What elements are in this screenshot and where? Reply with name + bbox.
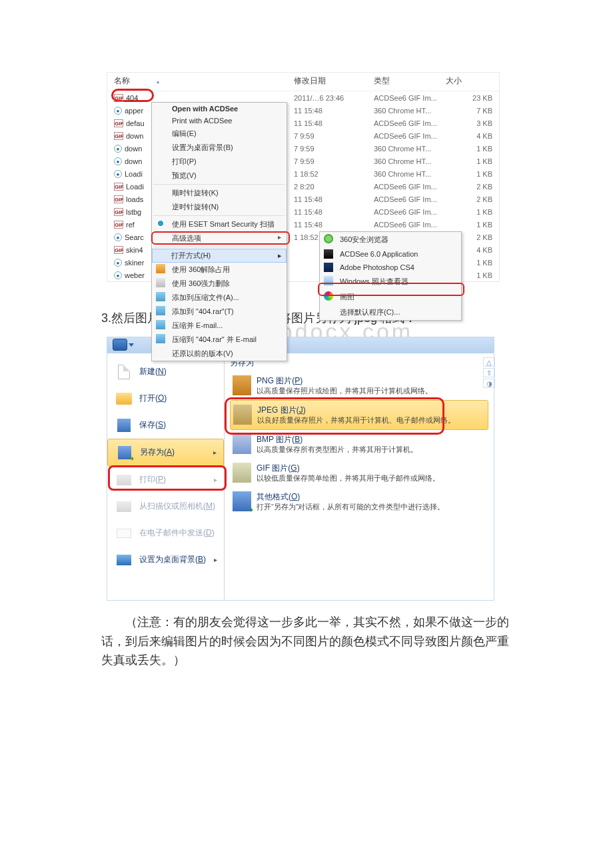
submenu-item[interactable]: 选择默认程序(C)... — [320, 305, 461, 320]
gif-icon: GIF — [114, 132, 123, 140]
file-menu-item-saveas[interactable]: 另存为(A)▸ — [107, 439, 224, 467]
print-icon — [117, 475, 131, 485]
file-size: 3 KB — [446, 119, 499, 127]
file-name: skiner — [125, 259, 144, 267]
submenu-item[interactable]: Windows 照片查看器 — [320, 274, 461, 289]
file-name: down — [125, 157, 142, 165]
submenu-arrow-icon: ▸ — [214, 556, 217, 563]
file-size: 23 KB — [446, 94, 499, 102]
submenu-arrow-icon: ▸ — [213, 449, 217, 456]
menu-item[interactable]: 高级选项 — [152, 231, 287, 245]
file-date: 11 15:48 — [294, 119, 374, 127]
menu-item[interactable]: Open with ACDSee — [152, 103, 287, 115]
gif-icon: GIF — [114, 94, 123, 102]
column-headers: 名称▴ 修改日期 类型 大小 — [107, 73, 499, 91]
paint-menu-button[interactable] — [113, 339, 127, 351]
html-icon: ● — [114, 233, 122, 241]
menu-item[interactable]: 使用 360解除占用 — [152, 263, 287, 277]
file-type: ACDSee6 GIF Im... — [374, 94, 446, 102]
wpv-icon — [324, 276, 333, 285]
gif-icon: GIF — [114, 246, 123, 254]
menu-item[interactable]: 添加到 "404.rar"(T) — [152, 305, 287, 319]
menu-item[interactable]: 打开方式(H)▸ — [152, 249, 287, 263]
menu-item[interactable]: 打印(P) — [152, 155, 287, 169]
format-gif[interactable]: GIF 图片(G)以较低质量保存简单绘图，并将其用于电子邮件或网络。 — [230, 459, 488, 487]
menu-item[interactable]: 编辑(E) — [152, 127, 287, 141]
file-date: 11 15:48 — [294, 195, 374, 203]
file-menu-item-print[interactable]: 打印(P)▸ — [107, 467, 224, 493]
submenu-item[interactable]: Adobe Photoshop CS4 — [320, 261, 461, 274]
html-icon: ● — [114, 170, 122, 178]
file-type: 360 Chrome HT... — [374, 170, 446, 178]
file-name: skin4 — [126, 246, 143, 254]
gif-icon: GIF — [114, 119, 123, 127]
menu-item[interactable]: 使用 ESET Smart Security 扫描 — [152, 217, 287, 231]
file-size: 1 KB — [446, 221, 499, 229]
file-name: weber — [125, 271, 145, 279]
submenu-item[interactable]: 360安全浏览器 — [320, 232, 461, 247]
col-size[interactable]: 大小 — [446, 75, 499, 87]
format-other[interactable]: 其他格式(O)打开“另存为”对话框，从所有可能的文件类型中进行选择。 — [230, 487, 488, 516]
file-menu-item-scan[interactable]: 从扫描仪或照相机(M) — [107, 493, 224, 520]
file-name: lstbg — [126, 208, 141, 216]
file-menu-item-open[interactable]: 打开(O) — [107, 385, 224, 412]
file-size: 1 KB — [446, 157, 499, 165]
open-with-submenu[interactable]: 360安全浏览器ACDSee 6.0 ApplicationAdobe Phot… — [319, 231, 462, 321]
menu-item[interactable]: 还原以前的版本(V) — [152, 347, 287, 361]
file-menu-item-new[interactable]: 新建(N) — [107, 359, 224, 385]
menu-item[interactable]: 压缩到 "404.rar" 并 E-mail — [152, 333, 287, 347]
file-size: 1 KB — [446, 145, 499, 153]
new-icon — [118, 365, 130, 379]
paint-filemenu-panel: △ ⇧ ◑ 新建(N)打开(O)保存(S)另存为(A)▸打印(P)▸从扫描仪或照… — [107, 337, 494, 601]
format-png[interactable]: PNG 图片(P)以高质量保存照片或绘图，并将其用于计算机或网络。 — [230, 371, 488, 400]
submenu-arrow-icon: ▸ — [214, 476, 217, 483]
col-name[interactable]: 名称▴ — [114, 75, 294, 87]
file-date: 2011/…6 23:46 — [294, 94, 374, 102]
png-format-icon — [233, 375, 251, 395]
file-menu-item-email[interactable]: 在电子邮件中发送(D) — [107, 520, 224, 547]
col-type[interactable]: 类型 — [374, 75, 446, 87]
file-menu-item-wall[interactable]: 设置为桌面背景(B)▸ — [107, 547, 224, 573]
file-date: 1 18:52 — [294, 170, 374, 178]
file-date: 11 15:48 — [294, 208, 374, 216]
eset-icon — [156, 219, 165, 228]
context-menu[interactable]: Open with ACDSeePrint with ACDSee编辑(E)设置… — [151, 102, 287, 361]
menu-item[interactable]: 预览(V) — [152, 169, 287, 183]
menu-item[interactable]: 设置为桌面背景(B) — [152, 141, 287, 155]
gif-format-icon — [233, 463, 251, 483]
file-type: 360 Chrome HT... — [374, 107, 446, 115]
open-icon — [116, 393, 132, 405]
menu-item[interactable]: 顺时针旋转(K) — [152, 186, 287, 200]
format-jpeg[interactable]: JPEG 图片(J)以良好质量保存照片，并将其用于计算机、电子邮件或网络。 — [230, 400, 488, 430]
360d-icon — [156, 278, 165, 287]
format-bmp[interactable]: BMP 图片(B)以高质量保存所有类型图片，并将其用于计算机。 — [230, 430, 488, 459]
sort-indicator-icon: ▴ — [157, 79, 159, 85]
rar-icon — [156, 334, 165, 343]
menu-item[interactable]: 使用 360强力删除 — [152, 277, 287, 291]
file-size: 4 KB — [446, 132, 499, 140]
col-date[interactable]: 修改日期 — [294, 75, 374, 87]
file-type: ACDSee6 GIF Im... — [374, 119, 446, 127]
saveas-icon — [118, 446, 131, 459]
file-menu-left[interactable]: 新建(N)打开(O)保存(S)另存为(A)▸打印(P)▸从扫描仪或照相机(M)在… — [107, 353, 225, 600]
menu-item[interactable]: 压缩并 E-mail... — [152, 319, 287, 333]
submenu-item[interactable]: 画图 — [320, 289, 461, 305]
submenu-item[interactable]: ACDSee 6.0 Application — [320, 247, 461, 261]
file-name: Searc — [125, 233, 144, 241]
file-type: 360 Chrome HT... — [374, 157, 446, 165]
gif-icon: GIF — [114, 221, 123, 229]
menu-item[interactable]: 添加到压缩文件(A)... — [152, 291, 287, 305]
file-menu-item-save[interactable]: 保存(S) — [107, 412, 224, 439]
menu-item[interactable]: Print with ACDSee — [152, 115, 287, 127]
file-date: 7 9:59 — [294, 145, 374, 153]
file-name: down — [126, 132, 143, 140]
file-size: 2 KB — [446, 183, 499, 191]
360o-icon — [156, 264, 165, 273]
paint-icon — [324, 291, 333, 301]
explorer-panel: 名称▴ 修改日期 类型 大小 GIF4042011/…6 23:46ACDSee… — [107, 72, 500, 282]
gif-icon: GIF — [114, 208, 123, 216]
file-type: ACDSee6 GIF Im... — [374, 132, 446, 140]
scan-icon — [117, 501, 131, 512]
menu-item[interactable]: 逆时针旋转(N) — [152, 200, 287, 214]
file-name: ref — [126, 221, 135, 229]
